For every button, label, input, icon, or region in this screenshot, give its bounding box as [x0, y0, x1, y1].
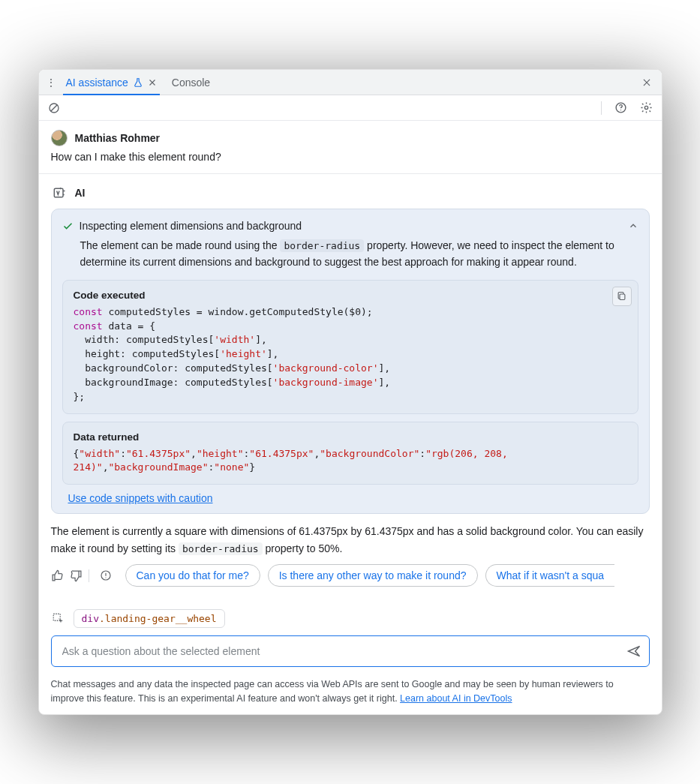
caution-note: Use code snippets with caution — [68, 492, 638, 504]
collapse-chevron-icon[interactable] — [628, 221, 638, 231]
thumbs-down-icon[interactable] — [70, 569, 83, 582]
chat-content: Matthias Rohmer How can I make this elem… — [39, 121, 662, 593]
panel-title: Inspecting element dimensions and backgr… — [80, 220, 622, 232]
data-returned-panel: Data returned {"width":"61.4375px","heig… — [62, 422, 638, 485]
tab-strip: ⋮ AI assistance Console — [39, 70, 662, 95]
inspection-panel: Inspecting element dimensions and backgr… — [51, 209, 650, 514]
data-block: {"width":"61.4375px","height":"61.4375px… — [74, 447, 627, 476]
copy-button[interactable] — [612, 287, 632, 306]
ai-sparkle-icon — [51, 185, 68, 201]
panel-description: The element can be made round using the … — [80, 238, 638, 270]
toolbar — [39, 95, 662, 121]
ai-label: AI — [75, 187, 86, 199]
footer-disclaimer: Chat messages and any data the inspected… — [39, 673, 662, 713]
footer-link[interactable]: Learn about AI in DevTools — [400, 693, 512, 704]
thumbs-up-icon[interactable] — [51, 569, 64, 582]
svg-point-3 — [644, 107, 647, 110]
suggestion-chip[interactable]: Can you do that for me? — [125, 564, 260, 587]
code-block: const computedStyles = window.getCompute… — [74, 305, 627, 404]
ai-summary: The element is currently a square with d… — [51, 523, 650, 557]
svg-point-7 — [105, 578, 106, 578]
ask-input-box[interactable] — [51, 635, 650, 667]
gear-icon[interactable] — [638, 99, 656, 117]
svg-rect-5 — [620, 294, 625, 300]
svg-point-2 — [620, 110, 621, 110]
ask-input[interactable] — [61, 644, 619, 658]
data-returned-title: Data returned — [74, 431, 627, 443]
avatar — [51, 130, 68, 146]
tab-label: Console — [172, 77, 210, 89]
suggestion-chip[interactable]: What if it wasn't a squa — [485, 564, 615, 587]
code-inline: border-radius — [280, 239, 364, 252]
caution-link[interactable]: Use code snippets with caution — [68, 492, 213, 504]
close-panel-icon[interactable] — [636, 77, 657, 88]
suggestion-chip[interactable]: Is there any other way to make it round? — [268, 564, 478, 587]
menu-kebab-icon[interactable]: ⋮ — [44, 72, 59, 93]
code-executed-panel: Code executed const computedStyles = win… — [62, 280, 638, 414]
svg-rect-8 — [53, 614, 60, 620]
experiment-flask-icon — [133, 77, 143, 88]
report-icon[interactable] — [95, 569, 116, 581]
input-area: div.landing-gear__wheel — [39, 593, 662, 673]
suggestion-chips: Can you do that for me? Is there any oth… — [125, 564, 650, 587]
user-message: How can I make this element round? — [51, 151, 650, 163]
feedback-row: Can you do that for me? Is there any oth… — [51, 564, 650, 587]
help-icon[interactable] — [612, 99, 630, 117]
clear-icon[interactable] — [45, 99, 63, 117]
code-executed-title: Code executed — [74, 290, 627, 301]
username: Matthias Rohmer — [75, 132, 161, 144]
devtools-window: ⋮ AI assistance Console — [38, 69, 662, 714]
check-icon — [62, 221, 74, 232]
code-inline: border-radius — [179, 542, 263, 555]
tab-ai-assistance[interactable]: AI assistance — [59, 70, 164, 95]
tab-console[interactable]: Console — [164, 70, 218, 95]
close-tab-icon[interactable] — [148, 78, 157, 87]
tab-label: AI assistance — [66, 77, 128, 89]
context-element-chip[interactable]: div.landing-gear__wheel — [74, 609, 225, 628]
send-icon[interactable] — [625, 642, 643, 660]
element-picker-icon[interactable] — [51, 611, 66, 626]
